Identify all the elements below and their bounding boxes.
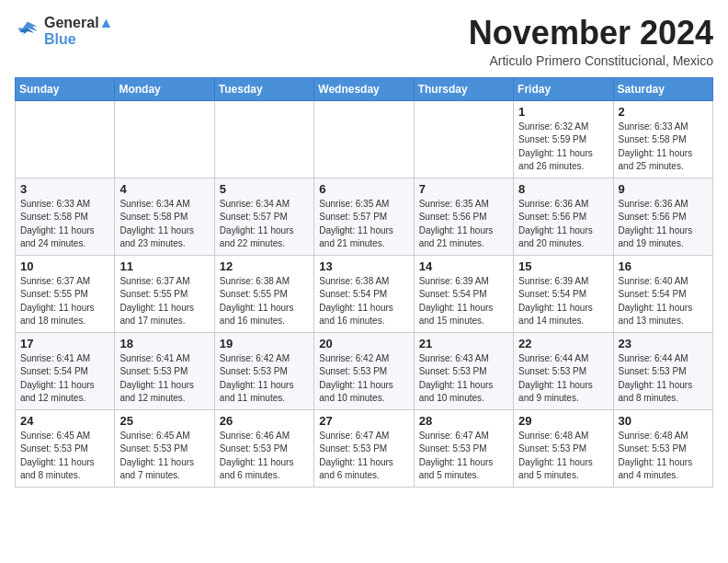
day-info: Sunrise: 6:33 AM Sunset: 5:58 PM Dayligh…: [619, 121, 708, 174]
month-title: November 2024: [469, 15, 713, 52]
day-number: 27: [319, 414, 408, 428]
calendar-cell: 25Sunrise: 6:45 AM Sunset: 5:53 PM Dayli…: [115, 409, 214, 487]
calendar-cell: [16, 100, 115, 178]
day-number: 11: [119, 259, 209, 273]
weekday-header-saturday: Saturday: [613, 77, 712, 100]
calendar-cell: 10Sunrise: 6:37 AM Sunset: 5:55 PM Dayli…: [16, 255, 115, 332]
day-info: Sunrise: 6:42 AM Sunset: 5:53 PM Dayligh…: [319, 352, 408, 406]
header-area: General▲ Blue November 2024 Articulo Pri…: [15, 15, 713, 68]
day-info: Sunrise: 6:39 AM Sunset: 5:54 PM Dayligh…: [419, 275, 508, 328]
day-number: 5: [220, 182, 309, 196]
calendar-cell: 12Sunrise: 6:38 AM Sunset: 5:55 PM Dayli…: [214, 255, 313, 332]
day-number: 4: [119, 182, 209, 196]
day-number: 24: [20, 414, 109, 428]
logo-icon: [15, 18, 40, 44]
week-row-4: 17Sunrise: 6:41 AM Sunset: 5:54 PM Dayli…: [16, 332, 713, 409]
day-info: Sunrise: 6:33 AM Sunset: 5:58 PM Dayligh…: [20, 198, 109, 251]
day-info: Sunrise: 6:36 AM Sunset: 5:56 PM Dayligh…: [518, 198, 608, 251]
weekday-header-monday: Monday: [115, 77, 214, 100]
day-info: Sunrise: 6:37 AM Sunset: 5:55 PM Dayligh…: [119, 275, 209, 328]
day-number: 20: [319, 337, 408, 350]
calendar-cell: 29Sunrise: 6:48 AM Sunset: 5:53 PM Dayli…: [514, 409, 613, 487]
calendar-cell: 19Sunrise: 6:42 AM Sunset: 5:53 PM Dayli…: [214, 332, 313, 409]
calendar-cell: 17Sunrise: 6:41 AM Sunset: 5:54 PM Dayli…: [16, 332, 115, 409]
calendar-cell: 9Sunrise: 6:36 AM Sunset: 5:56 PM Daylig…: [613, 178, 712, 255]
calendar-cell: 7Sunrise: 6:35 AM Sunset: 5:56 PM Daylig…: [414, 178, 513, 255]
calendar-cell: 2Sunrise: 6:33 AM Sunset: 5:58 PM Daylig…: [613, 100, 712, 178]
calendar-cell: 1Sunrise: 6:32 AM Sunset: 5:59 PM Daylig…: [514, 100, 613, 178]
day-number: 9: [619, 182, 708, 196]
weekday-header-thursday: Thursday: [414, 77, 513, 100]
day-info: Sunrise: 6:34 AM Sunset: 5:57 PM Dayligh…: [220, 198, 309, 251]
day-info: Sunrise: 6:41 AM Sunset: 5:53 PM Dayligh…: [119, 352, 209, 406]
day-info: Sunrise: 6:48 AM Sunset: 5:53 PM Dayligh…: [518, 430, 608, 483]
day-info: Sunrise: 6:44 AM Sunset: 5:53 PM Dayligh…: [619, 352, 708, 406]
calendar-table: SundayMondayTuesdayWednesdayThursdayFrid…: [15, 77, 713, 488]
day-info: Sunrise: 6:38 AM Sunset: 5:54 PM Dayligh…: [319, 275, 408, 328]
calendar-cell: 11Sunrise: 6:37 AM Sunset: 5:55 PM Dayli…: [115, 255, 214, 332]
calendar-cell: 15Sunrise: 6:39 AM Sunset: 5:54 PM Dayli…: [514, 255, 613, 332]
weekday-header-sunday: Sunday: [16, 77, 115, 100]
day-number: 26: [220, 414, 309, 428]
day-info: Sunrise: 6:45 AM Sunset: 5:53 PM Dayligh…: [20, 430, 109, 483]
location-subtitle: Articulo Primero Constitucional, Mexico: [469, 53, 713, 68]
day-number: 2: [619, 105, 708, 119]
day-number: 25: [119, 414, 209, 428]
day-number: 13: [319, 259, 408, 273]
calendar-cell: [115, 100, 214, 178]
day-info: Sunrise: 6:47 AM Sunset: 5:53 PM Dayligh…: [319, 430, 408, 483]
day-number: 18: [119, 337, 209, 350]
calendar-cell: 28Sunrise: 6:47 AM Sunset: 5:53 PM Dayli…: [414, 409, 513, 487]
day-number: 14: [419, 259, 508, 273]
day-info: Sunrise: 6:40 AM Sunset: 5:54 PM Dayligh…: [619, 275, 708, 328]
day-info: Sunrise: 6:32 AM Sunset: 5:59 PM Dayligh…: [518, 121, 608, 174]
calendar-cell: 24Sunrise: 6:45 AM Sunset: 5:53 PM Dayli…: [16, 409, 115, 487]
week-row-1: 1Sunrise: 6:32 AM Sunset: 5:59 PM Daylig…: [16, 100, 713, 178]
day-number: 10: [20, 259, 109, 273]
day-info: Sunrise: 6:36 AM Sunset: 5:56 PM Dayligh…: [619, 198, 708, 251]
logo: General▲ Blue: [15, 15, 113, 48]
day-info: Sunrise: 6:43 AM Sunset: 5:53 PM Dayligh…: [419, 352, 508, 406]
day-number: 30: [619, 414, 708, 428]
day-number: 3: [20, 182, 109, 196]
calendar-cell: [314, 100, 414, 178]
day-number: 29: [518, 414, 608, 428]
day-info: Sunrise: 6:34 AM Sunset: 5:58 PM Dayligh…: [119, 198, 209, 251]
week-row-2: 3Sunrise: 6:33 AM Sunset: 5:58 PM Daylig…: [16, 178, 713, 255]
day-number: 1: [518, 105, 608, 119]
calendar-cell: [214, 100, 313, 178]
calendar-cell: 21Sunrise: 6:43 AM Sunset: 5:53 PM Dayli…: [414, 332, 513, 409]
day-number: 28: [419, 414, 508, 428]
day-info: Sunrise: 6:46 AM Sunset: 5:53 PM Dayligh…: [220, 430, 309, 483]
day-info: Sunrise: 6:42 AM Sunset: 5:53 PM Dayligh…: [220, 352, 309, 406]
calendar-cell: 13Sunrise: 6:38 AM Sunset: 5:54 PM Dayli…: [314, 255, 414, 332]
title-area: November 2024 Articulo Primero Constituc…: [469, 15, 713, 68]
day-info: Sunrise: 6:44 AM Sunset: 5:53 PM Dayligh…: [518, 352, 608, 406]
calendar-cell: 26Sunrise: 6:46 AM Sunset: 5:53 PM Dayli…: [214, 409, 313, 487]
day-number: 8: [518, 182, 608, 196]
weekday-header-wednesday: Wednesday: [314, 77, 414, 100]
day-number: 19: [220, 337, 309, 350]
calendar-cell: 27Sunrise: 6:47 AM Sunset: 5:53 PM Dayli…: [314, 409, 414, 487]
day-number: 16: [619, 259, 708, 273]
day-info: Sunrise: 6:41 AM Sunset: 5:54 PM Dayligh…: [20, 352, 109, 406]
day-info: Sunrise: 6:37 AM Sunset: 5:55 PM Dayligh…: [20, 275, 109, 328]
calendar-cell: 16Sunrise: 6:40 AM Sunset: 5:54 PM Dayli…: [613, 255, 712, 332]
calendar-cell: 5Sunrise: 6:34 AM Sunset: 5:57 PM Daylig…: [214, 178, 313, 255]
calendar-cell: [414, 100, 513, 178]
week-row-5: 24Sunrise: 6:45 AM Sunset: 5:53 PM Dayli…: [16, 409, 713, 487]
calendar-cell: 6Sunrise: 6:35 AM Sunset: 5:57 PM Daylig…: [314, 178, 414, 255]
day-number: 22: [518, 337, 608, 350]
calendar-cell: 8Sunrise: 6:36 AM Sunset: 5:56 PM Daylig…: [514, 178, 613, 255]
calendar-cell: 3Sunrise: 6:33 AM Sunset: 5:58 PM Daylig…: [16, 178, 115, 255]
calendar-cell: 20Sunrise: 6:42 AM Sunset: 5:53 PM Dayli…: [314, 332, 414, 409]
day-number: 12: [220, 259, 309, 273]
day-info: Sunrise: 6:35 AM Sunset: 5:56 PM Dayligh…: [419, 198, 508, 251]
day-number: 17: [20, 337, 109, 350]
day-info: Sunrise: 6:35 AM Sunset: 5:57 PM Dayligh…: [319, 198, 408, 251]
logo-text: General▲ Blue: [44, 15, 113, 48]
weekday-header-tuesday: Tuesday: [214, 77, 313, 100]
calendar-cell: 30Sunrise: 6:48 AM Sunset: 5:53 PM Dayli…: [613, 409, 712, 487]
weekday-header-friday: Friday: [514, 77, 613, 100]
calendar-cell: 14Sunrise: 6:39 AM Sunset: 5:54 PM Dayli…: [414, 255, 513, 332]
